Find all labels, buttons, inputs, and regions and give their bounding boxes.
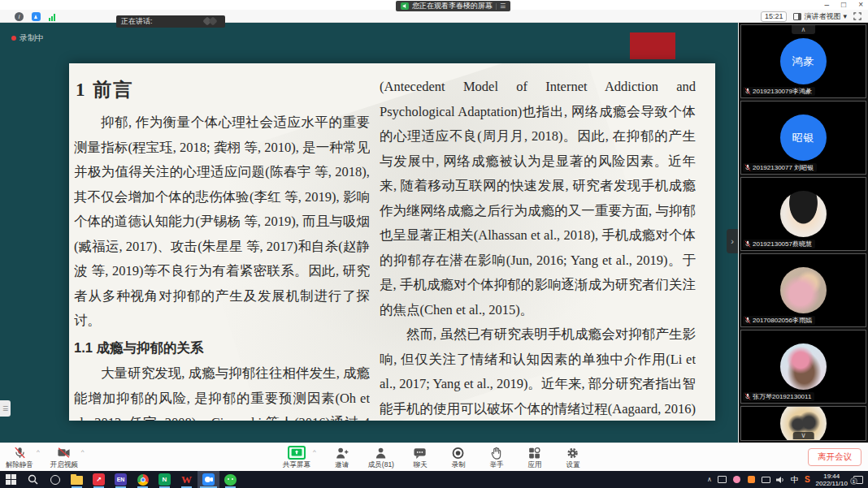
record-button[interactable]: 录制: [446, 446, 471, 470]
system-tray: ∧ 中 S 19:44 2022/11/10 1: [707, 471, 868, 488]
document-page: 1 前言 抑郁, 作为衡量个体心理社会适应水平的重要测量指标(程宝珏, 2018…: [69, 63, 715, 421]
start-video-button[interactable]: 开启视频: [50, 446, 79, 470]
avatar: [780, 343, 827, 390]
subsection-heading: 1.1 成瘾与抑郁的关系: [74, 335, 370, 361]
participant-tile[interactable]: 昭银 20192130077 刘昭银: [740, 101, 866, 175]
paragraph: 抑郁, 作为衡量个体心理社会适应水平的重要测量指标(程宝珏, 2018; 龚栩 …: [74, 110, 370, 334]
chat-button[interactable]: 聊天: [408, 446, 432, 470]
collapse-strip-icon[interactable]: ∧: [792, 25, 816, 34]
watching-screen-text: 您正在观看李春楼的屏幕: [412, 1, 493, 11]
network-signal-icon: [49, 13, 55, 21]
recording-indicator: 录制中: [11, 32, 44, 44]
share-options-icon[interactable]: ^: [313, 448, 316, 456]
maximize-button[interactable]: □: [841, 1, 846, 9]
participant-name: 20170802056李雨嫣: [743, 316, 815, 325]
unmute-label: 解除静音: [6, 460, 33, 470]
invite-icon: [335, 446, 349, 460]
cortana-button[interactable]: [44, 471, 66, 488]
network-icon[interactable]: [762, 476, 770, 484]
invite-button[interactable]: 邀请: [330, 446, 354, 470]
members-button[interactable]: 成员(81): [368, 446, 394, 470]
participants-panel: ∧ 鸿彖 20192130079李鸿彖 昭银 20192130077 刘昭银: [738, 23, 868, 443]
taskbar-clock[interactable]: 19:44 2022/11/10: [816, 473, 848, 487]
dropdown-arrow-icon: ▾: [843, 12, 847, 20]
tray-app-icon[interactable]: [747, 476, 756, 484]
recording-dot-icon: [11, 36, 16, 41]
muted-mic-icon: [744, 317, 751, 324]
cortana-icon: [50, 475, 60, 485]
video-options-icon[interactable]: ^: [81, 448, 85, 456]
shared-screen: 录制中 1 前言 抑郁, 作为衡量个体心理社会适应水平的重要测量指标(程宝珏, …: [0, 23, 738, 443]
tray-app-icon[interactable]: [732, 476, 741, 484]
participant-tile[interactable]: ∧ 鸿彖 20192130079李鸿彖: [740, 24, 866, 98]
participant-name: 20192130079李鸿彖: [743, 87, 815, 96]
meeting-status-icons: i: [15, 11, 55, 21]
share-screen-button[interactable]: 共享屏幕: [283, 446, 310, 470]
muted-mic-icon: [744, 88, 751, 95]
participant-tile[interactable]: 张万琴20192130011: [740, 330, 866, 404]
leave-meeting-button[interactable]: 离开会议: [808, 448, 861, 466]
tray-expand-icon[interactable]: ∧: [707, 476, 712, 483]
folder-icon: [71, 476, 83, 485]
fullscreen-icon[interactable]: [853, 12, 861, 20]
close-button[interactable]: ×: [858, 1, 863, 9]
camera-off-icon: [56, 446, 72, 460]
recording-label: 录制中: [20, 32, 44, 44]
paragraph: 大量研究发现, 成瘾与抑郁往往相伴发生, 成瘾能增加抑郁的风险, 是抑郁的重要预…: [74, 361, 370, 421]
muted-mic-icon: [744, 393, 751, 400]
notification-center-icon[interactable]: 1: [853, 476, 863, 484]
start-button[interactable]: [0, 471, 22, 488]
raise-hand-icon: [489, 446, 503, 460]
taskbar-stock-app[interactable]: ↗: [88, 471, 110, 488]
settings-label: 设置: [566, 460, 579, 470]
security-shield-icon[interactable]: [32, 12, 41, 21]
muted-mic-icon: [744, 164, 751, 171]
now-speaking-bar: 正在讲话:: [116, 15, 225, 28]
members-label: 成员(81): [368, 460, 394, 470]
taskbar-file-explorer[interactable]: [66, 471, 88, 488]
en-app-icon: EN: [115, 473, 127, 486]
meeting-logo-icon: [202, 17, 220, 26]
view-mode-button[interactable]: 演讲者视图 ▾: [793, 11, 847, 22]
tray-app-icon[interactable]: [718, 476, 727, 484]
taskbar-notes-app[interactable]: N: [154, 471, 176, 488]
unmute-button[interactable]: 解除静音: [5, 446, 34, 470]
scroll-down-icon[interactable]: ∨: [792, 432, 814, 439]
participant-name: 20192130077 刘昭银: [743, 163, 817, 172]
taskbar-wechat[interactable]: [219, 471, 241, 488]
windows-taskbar: ↗ EN N W ∧ 中 S 19:44 2022/11/10 1: [0, 471, 868, 488]
meeting-info-icon[interactable]: i: [15, 12, 24, 21]
search-button[interactable]: [22, 471, 44, 488]
sogou-ime-icon[interactable]: S: [805, 475, 810, 484]
record-icon: [451, 446, 465, 460]
wechat-icon: [224, 474, 237, 486]
banner-menu-icon[interactable]: ☰: [500, 3, 506, 10]
participant-tile[interactable]: 20170802056李雨嫣: [740, 253, 866, 327]
annotation-toolbar-handle[interactable]: ☰: [0, 400, 11, 417]
muted-mic-icon: [12, 446, 28, 460]
raise-hand-button[interactable]: 举手: [484, 446, 509, 470]
volume-icon[interactable]: [776, 476, 785, 484]
taskbar-meeting-app[interactable]: [197, 471, 219, 488]
members-icon: [374, 446, 388, 460]
window-titlebar: 您正在观看李春楼的屏幕 ☰ – □ ×: [0, 0, 868, 10]
ime-indicator[interactable]: 中: [791, 474, 799, 486]
participant-tile[interactable]: 20192130057蔡晓慧: [740, 177, 866, 251]
taskbar-evernote-app[interactable]: EN: [110, 471, 132, 488]
panel-collapse-handle[interactable]: ›: [727, 229, 738, 253]
meeting-window: 您正在观看李春楼的屏幕 ☰ – □ × i 15:21 演讲者视图 ▾: [0, 0, 868, 488]
window-controls: – □ ×: [825, 0, 863, 10]
taskbar-wps[interactable]: W: [176, 471, 197, 488]
layout-icon: [793, 13, 801, 20]
main-area: 录制中 1 前言 抑郁, 作为衡量个体心理社会适应水平的重要测量指标(程宝珏, …: [0, 23, 868, 443]
mic-options-icon[interactable]: ^: [37, 448, 40, 456]
start-video-label: 开启视频: [50, 460, 78, 470]
now-speaking-label: 正在讲话:: [121, 16, 153, 27]
watching-screen-banner[interactable]: 您正在观看李春楼的屏幕 ☰: [396, 1, 510, 11]
minimize-button[interactable]: –: [825, 1, 830, 9]
settings-button[interactable]: 设置: [561, 446, 585, 470]
taskbar-chrome[interactable]: [132, 471, 154, 488]
apps-button[interactable]: 应用: [523, 446, 547, 470]
participant-tile[interactable]: ∨: [740, 406, 866, 441]
document-left-column: 1 前言 抑郁, 作为衡量个体心理社会适应水平的重要测量指标(程宝珏, 2018…: [74, 75, 370, 421]
